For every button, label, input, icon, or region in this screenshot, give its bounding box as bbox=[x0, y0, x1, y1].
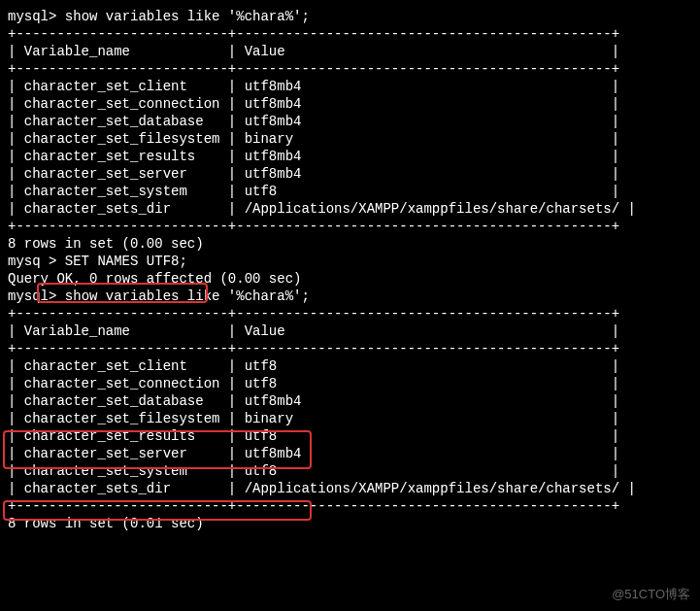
table-row: | character_set_client | utf8mb4 | bbox=[8, 78, 692, 95]
divider: +--------------------------+------------… bbox=[8, 497, 692, 515]
table-row: | character_set_server | utf8mb4 | bbox=[8, 445, 692, 462]
table-row: | character_sets_dir | /Applications/XAM… bbox=[8, 480, 692, 497]
divider: +--------------------------+------------… bbox=[8, 340, 692, 357]
prompt-line-2: mysq > SET NAMES UTF8; bbox=[8, 253, 692, 270]
table-row: | character_set_system | utf8 | bbox=[8, 183, 692, 200]
table-row: | character_set_filesystem | binary | bbox=[8, 130, 692, 148]
divider: +--------------------------+------------… bbox=[8, 305, 692, 322]
prompt-line-1: mysql> show variables like '%chara%'; bbox=[8, 8, 692, 25]
header: | Variable_name | Value | bbox=[8, 43, 692, 60]
result: Query OK, 0 rows affected (0.00 sec) bbox=[8, 270, 692, 288]
header: | Variable_name | Value | bbox=[8, 322, 692, 340]
table-row: | character_set_database | utf8mb4 | bbox=[8, 113, 692, 130]
divider: +--------------------------+------------… bbox=[8, 60, 692, 78]
table-row: | character_sets_dir | /Applications/XAM… bbox=[8, 200, 692, 218]
table-row: | character_set_connection | utf8mb4 | bbox=[8, 95, 692, 113]
table-row: | character_set_system | utf8 | bbox=[8, 462, 692, 480]
table-row: | character_set_filesystem | binary | bbox=[8, 410, 692, 427]
result: 8 rows in set (0.01 sec) bbox=[8, 515, 692, 532]
divider: +--------------------------+------------… bbox=[8, 218, 692, 235]
table-row: | character_set_server | utf8mb4 | bbox=[8, 165, 692, 183]
table-row: | character_set_connection | utf8 | bbox=[8, 375, 692, 392]
table-row: | character_set_database | utf8mb4 | bbox=[8, 392, 692, 410]
prompt-line-3: mysql> show variables like '%chara%'; bbox=[8, 288, 692, 305]
table-row: | character_set_results | utf8mb4 | bbox=[8, 148, 692, 165]
watermark: @51CTO博客 bbox=[612, 586, 690, 603]
divider: +--------------------------+------------… bbox=[8, 25, 692, 43]
terminal-output: mysql> show variables like '%chara%'; +-… bbox=[8, 8, 692, 532]
table-row: | character_set_results | utf8 | bbox=[8, 427, 692, 445]
result: 8 rows in set (0.00 sec) bbox=[8, 235, 692, 253]
table-row: | character_set_client | utf8 | bbox=[8, 357, 692, 375]
